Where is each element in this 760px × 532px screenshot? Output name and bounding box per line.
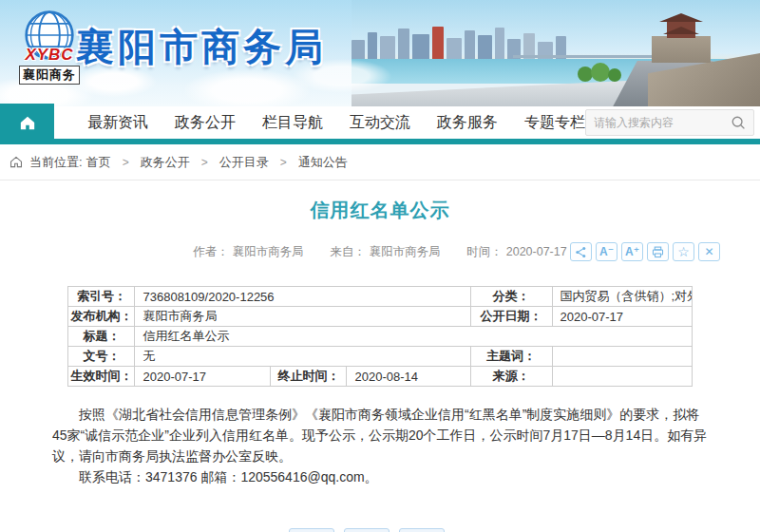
printer-icon (652, 246, 664, 258)
share-icon (575, 246, 587, 258)
effective-label: 生效时间： (68, 367, 135, 387)
meta-author: 襄阳市商务局 (233, 245, 304, 258)
close-button[interactable]: ✕ (698, 242, 720, 261)
photo-tree (591, 63, 610, 82)
agency-label: 发布机构： (68, 307, 135, 327)
table-row: 标题： 信用红名单公示 (68, 327, 692, 347)
table-row: 索引号： 736808109/2020-12256 分类： 国内贸易（含供销）;… (68, 287, 692, 307)
table-row: 发布机构： 襄阳市商务局 公开日期： 2020-07-17 (68, 307, 692, 327)
breadcrumb-separator: > (123, 156, 129, 169)
article-paragraph: 按照《湖北省社会信用信息管理条例》《襄阳市商务领域企业信用“红黑名单”制度实施细… (52, 404, 708, 466)
breadcrumb-catalog[interactable]: 公开目录 (219, 154, 269, 171)
photo-bridge (513, 55, 674, 58)
search-box (585, 109, 754, 136)
font-decrease-button[interactable]: A⁻ (596, 242, 618, 261)
nav-item-gov-open[interactable]: 政务公开 (175, 113, 236, 133)
page: XYBC 襄阳商务 襄阳市商务局 最新资讯 政务公开 栏目导航 互动交流 政务服… (0, 0, 760, 532)
end-label: 终止时间： (271, 367, 347, 387)
breadcrumb-separator: > (201, 156, 208, 169)
contact-line: 联系电话：3471376 邮箱：120556416@qq.com。 (52, 466, 708, 487)
star-icon: ☆ (677, 244, 690, 259)
photo-pagoda-roof (659, 13, 703, 22)
search-input[interactable] (594, 116, 731, 129)
source-label: 来源： (470, 367, 552, 387)
pubdate-label: 公开日期： (470, 307, 552, 327)
meta-author-label: 作者： (193, 245, 229, 258)
article-toolbar: A⁻ A⁺ ☆ ✕ (570, 242, 720, 261)
meta-source: 襄阳市商务局 (370, 245, 441, 258)
nav-items: 最新资讯 政务公开 栏目导航 互动交流 政务服务 专题专栏 (87, 113, 585, 133)
docno-value: 无 (135, 347, 470, 367)
breadcrumb-gov-open[interactable]: 政务公开 (141, 154, 190, 171)
index-label: 索引号： (68, 287, 135, 307)
docno-label: 文号： (68, 347, 135, 367)
home-button[interactable] (0, 104, 54, 142)
meta-source-label: 来自： (330, 245, 366, 258)
bottom-button-2[interactable] (344, 528, 390, 532)
home-icon (19, 115, 36, 131)
photo-pagoda-roof (663, 27, 699, 34)
breadcrumb-home-icon (10, 156, 23, 168)
font-increase-icon: A⁺ (625, 245, 639, 258)
logo-name: 襄阳商务 (19, 66, 80, 85)
photo-tree (608, 68, 621, 82)
article-meta-row: 作者：襄阳市商务局 来自：襄阳市商务局 时间：2020-07-17 A⁻ A⁺ (0, 244, 760, 265)
breadcrumb: 当前位置: 首页 > 政务公开 > 公开目录 > 通知公告 (0, 144, 760, 180)
pubdate-value: 2020-07-17 (552, 307, 692, 327)
table-row: 文号： 无 主题词： (68, 347, 692, 367)
banner-cityscape-photo (352, 0, 760, 106)
breadcrumb-separator: > (280, 156, 287, 169)
font-decrease-icon: A⁻ (599, 245, 614, 258)
nav-item-news[interactable]: 最新资讯 (87, 113, 148, 133)
table-row: 生效时间： 2020-07-17 终止时间： 2020-08-14 来源： (68, 367, 692, 387)
search-icon[interactable] (731, 115, 746, 130)
end-value: 2020-08-14 (347, 367, 470, 387)
article-body: 按照《湖北省社会信用信息管理条例》《襄阳市商务领域企业信用“红黑名单”制度实施细… (52, 404, 708, 487)
nav-item-services[interactable]: 政务服务 (437, 113, 498, 133)
main-nav: 最新资讯 政务公开 栏目导航 互动交流 政务服务 专题专栏 (0, 106, 760, 144)
document-info-table: 索引号： 736808109/2020-12256 分类： 国内贸易（含供销）;… (67, 286, 692, 387)
breadcrumb-prefix: 当前位置: (29, 154, 83, 171)
page-title: 信用红名单公示 (0, 198, 760, 223)
bottom-button-3[interactable] (399, 528, 445, 532)
photo-gate-tower (652, 36, 711, 63)
logo-abbr: XYBC (12, 46, 86, 65)
nav-item-topics[interactable]: 专题专栏 (524, 113, 585, 133)
breadcrumb-home[interactable]: 首页 (86, 154, 111, 171)
photo-skyline (352, 25, 608, 59)
source-value (552, 367, 692, 387)
nav-item-interaction[interactable]: 互动交流 (350, 113, 410, 133)
index-value: 736808109/2020-12256 (135, 287, 470, 307)
effective-value: 2020-07-17 (135, 367, 271, 387)
font-increase-button[interactable]: A⁺ (621, 242, 643, 261)
bottom-button-1[interactable] (289, 528, 334, 532)
keyword-value (552, 347, 692, 367)
title-value: 信用红名单公示 (135, 327, 692, 347)
breadcrumb-notices[interactable]: 通知公告 (298, 154, 348, 171)
site-logo: XYBC 襄阳商务 (12, 10, 86, 85)
print-button[interactable] (647, 242, 669, 261)
bottom-buttons (0, 528, 733, 532)
favorite-button[interactable]: ☆ (673, 242, 694, 261)
meta-time-label: 时间： (466, 245, 503, 258)
site-title: 襄阳市商务局 (76, 21, 327, 73)
title-label: 标题： (68, 327, 135, 347)
site-banner: XYBC 襄阳商务 襄阳市商务局 (0, 0, 760, 106)
close-icon: ✕ (704, 245, 713, 258)
category-value: 国内贸易（含供销）;对外贸易 (552, 287, 692, 307)
meta-time: 2020-07-17 (506, 245, 567, 258)
share-button[interactable] (570, 242, 592, 261)
agency-value: 襄阳市商务局 (135, 307, 470, 327)
keyword-label: 主题词： (470, 347, 552, 367)
category-label: 分类： (470, 287, 552, 307)
nav-item-columns[interactable]: 栏目导航 (262, 113, 323, 133)
